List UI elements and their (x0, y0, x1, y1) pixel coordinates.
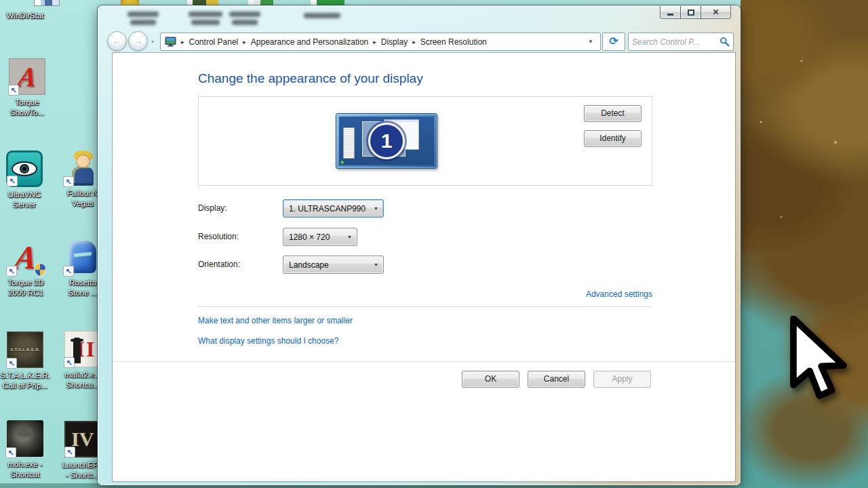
resolution-field-row: Resolution: 868 × 488 ▼ (113, 228, 735, 246)
minimize-button[interactable] (660, 6, 681, 19)
divider (113, 361, 735, 362)
breadcrumb-separator-icon: ▸ (243, 39, 246, 45)
blurred-label (127, 12, 159, 17)
torque-showtool-icon: A ↖ (9, 58, 45, 95)
monitor-screen-thumbnail: 1 (339, 117, 434, 165)
orientation-dropdown[interactable]: Landscape ▼ (283, 256, 384, 274)
search-box[interactable] (628, 33, 734, 51)
display-dropdown[interactable]: 1. ULTRASCANP990 ▼ (283, 199, 384, 218)
breadcrumb-appearance[interactable]: Appearance and Personalization (251, 37, 368, 47)
orientation-label: Orientation: (198, 260, 240, 269)
maximize-icon (688, 9, 694, 16)
search-icon[interactable] (719, 37, 730, 47)
shortcut-arrow-icon: ↖ (64, 447, 75, 458)
blurred-label (304, 13, 340, 18)
window-content: Change the appearance of your display 1 … (113, 53, 735, 481)
advanced-settings-link[interactable]: Advanced settings (586, 289, 652, 299)
shortcut-arrow-icon: ↖ (6, 266, 17, 277)
maximize-button[interactable] (680, 6, 701, 19)
shortcut-arrow-icon: ↖ (5, 447, 16, 458)
medal-of-honor-icon: ↖ (7, 420, 43, 457)
blurred-label (130, 20, 156, 25)
breadcrumb-control-panel[interactable]: Control Panel (189, 37, 239, 47)
screen-resolution-window: ✕ ← → ▾ ▸ Control Panel ▸ Appearance and… (98, 5, 741, 485)
desktop: WinDirStat A ↖ TorqueShowTo... ↖ UltraVN… (0, 0, 868, 488)
refresh-icon: ⟳ (609, 35, 618, 47)
rosetta-stone-icon: ↖ (64, 239, 101, 275)
monitor-preview[interactable]: 1 (336, 113, 437, 169)
display-field-row: Display: 1. ULTRASCANP990 ▼ (113, 199, 735, 218)
mouse-cursor (788, 316, 850, 403)
chevron-down-icon: ▼ (347, 235, 352, 239)
minimize-icon (667, 14, 673, 16)
monitor-preview-panel: 1 Detect Identify (198, 96, 652, 186)
blurred-label (191, 20, 220, 25)
apply-button[interactable]: Apply (593, 371, 651, 388)
resolution-dropdown[interactable]: 868 × 488 ▼ (283, 228, 357, 246)
breadcrumb-separator-icon: ▸ (373, 39, 376, 45)
breadcrumb-separator-icon: ▸ (181, 39, 184, 45)
breadcrumb-screen-resolution[interactable]: Screen Resolution (420, 37, 487, 47)
desktop-icon-torque-showtool[interactable]: A ↖ TorqueShowTo... (0, 58, 61, 118)
history-dropdown-icon[interactable]: ▾ (151, 39, 154, 45)
blurred-label (189, 12, 222, 17)
refresh-button[interactable]: ⟳ (602, 33, 625, 51)
mafia2-icon: II ↖ (64, 331, 101, 367)
resolution-label: Resolution: (198, 232, 239, 241)
chevron-down-icon: ▼ (374, 206, 378, 211)
wallpaper-dog-photo (741, 0, 868, 488)
close-icon: ✕ (712, 7, 719, 17)
divider (198, 306, 652, 307)
display-settings-help-link[interactable]: What display settings should I choose? (198, 336, 338, 346)
identify-button[interactable]: Identify (584, 130, 642, 147)
uac-shield-icon (34, 263, 46, 277)
blurred-label (232, 20, 258, 25)
ok-button[interactable]: OK (462, 371, 519, 388)
page-title: Change the appearance of your display (198, 71, 423, 86)
torque-3d-icon: A ↖ (7, 239, 44, 275)
forward-icon: → (134, 35, 143, 46)
close-button[interactable]: ✕ (701, 6, 731, 19)
address-bar[interactable]: ▸ Control Panel ▸ Appearance and Persona… (160, 33, 601, 51)
shortcut-arrow-icon: ↖ (63, 266, 74, 277)
display-location-icon (165, 37, 176, 47)
display-label: Display: (198, 203, 227, 213)
breadcrumb-display[interactable]: Display (381, 37, 408, 47)
forward-button[interactable]: → (128, 31, 148, 51)
windirstat-icon-fragment[interactable] (34, 0, 60, 6)
orientation-field-row: Orientation: Landscape ▼ (113, 256, 735, 274)
gta-iv-icon: IV ↖ (64, 421, 101, 458)
caption-buttons: ✕ (660, 6, 731, 19)
monitor-number-badge: 1 (368, 123, 405, 159)
search-input[interactable] (632, 37, 719, 47)
breadcrumb-separator-icon: ▸ (412, 39, 416, 45)
back-icon: ← (113, 35, 122, 46)
shortcut-arrow-icon: ↖ (64, 357, 75, 368)
back-button[interactable]: ← (107, 31, 127, 51)
desktop-icon-windirstat[interactable]: WinDirStat (0, 8, 59, 21)
shortcut-arrow-icon: ↖ (8, 85, 19, 96)
address-dropdown-icon[interactable]: ▼ (585, 39, 596, 45)
stalker-icon: S.T.A.L.K.E.R. ↖ (7, 331, 43, 368)
ultravnc-eye-icon: ↖ (6, 150, 43, 187)
shortcut-arrow-icon: ↖ (63, 176, 74, 187)
vault-boy-icon: ↖ (64, 149, 101, 186)
blurred-label (229, 12, 260, 17)
shortcut-arrow-icon: ↖ (7, 176, 18, 186)
shortcut-arrow-icon: ↖ (6, 358, 17, 369)
make-text-larger-link[interactable]: Make text and other items larger or smal… (198, 316, 353, 325)
icon-label: WinDirStat (0, 11, 59, 21)
icon-label: TorqueShowTo... (0, 98, 61, 118)
detect-button[interactable]: Detect (584, 105, 642, 122)
chevron-down-icon: ▼ (374, 262, 378, 267)
cancel-button[interactable]: Cancel (528, 371, 585, 388)
